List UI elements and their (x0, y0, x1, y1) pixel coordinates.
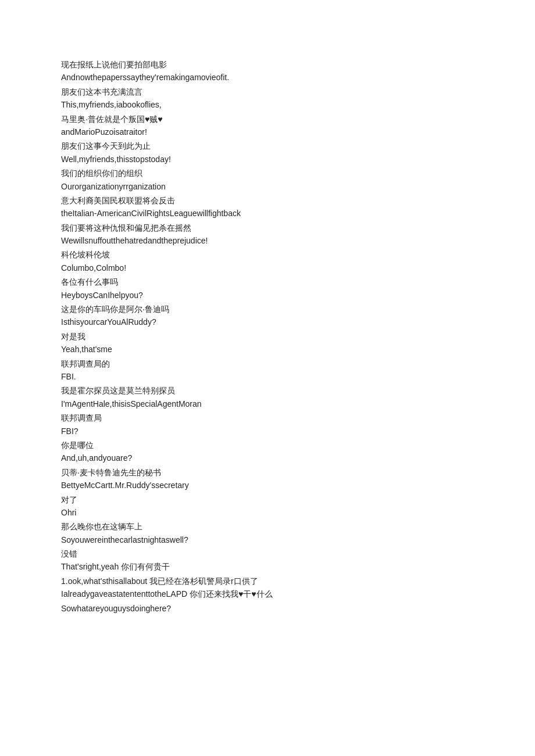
line-pair-0: 现在报纸上说他们要拍部电影Andnowthepaperssaythey'rema… (61, 58, 474, 84)
chinese-line-12: 我是霍尔探员这是莫兰特别探员 (61, 384, 474, 397)
content-area: 现在报纸上说他们要拍部电影Andnowthepaperssaythey'rema… (61, 58, 474, 615)
chinese-line-7: 科伦坡科伦坡 (61, 248, 474, 261)
line-pair-15: 贝蒂·麦卡特鲁迪先生的秘书BettyeMcCartt.Mr.Ruddy'ssec… (61, 466, 474, 492)
chinese-line-1: 朋友们这本书充满流言 (61, 85, 474, 98)
english-line-9: IsthisyourcarYouAlRuddy? (61, 316, 474, 328)
line-pair-8: 各位有什么事吗HeyboysCanIhelpyou? (61, 275, 474, 302)
english-line-6: Wewillsnuffoutthehatredandtheprejudice! (61, 234, 474, 247)
chinese-line-6: 我们要将这种仇恨和偏见把杀在摇然 (61, 221, 474, 234)
chinese-line-13: 联邦调查局 (61, 411, 474, 424)
chinese-line-18: 没错 (61, 547, 474, 560)
line-pair-2: 马里奥·普佐就是个叛国♥贼♥andMarioPuzoisatraitor! (61, 113, 474, 139)
chinese-line-4: 我们的组织你们的组织 (61, 167, 474, 180)
chinese-line-20: Sowhatareyouguysdoinghere? (61, 602, 474, 615)
line-pair-7: 科伦坡科伦坡Columbo,Colmbo! (61, 248, 474, 274)
english-line-8: HeyboysCanIhelpyou? (61, 289, 474, 302)
english-line-11: FBI. (61, 370, 474, 383)
english-line-19: IalreadygaveastatententtotheLAPD 你们还来找我♥… (61, 587, 474, 600)
english-line-13: FBI? (61, 425, 474, 438)
english-line-0: Andnowthepaperssaythey'remakingamovieofi… (61, 71, 474, 84)
english-line-3: Well,myfriends,thisstopstoday! (61, 153, 474, 166)
line-pair-9: 这是你的车吗你是阿尔·鲁迪吗IsthisyourcarYouAlRuddy? (61, 303, 474, 329)
chinese-line-11: 联邦调查局的 (61, 357, 474, 370)
chinese-line-16: 对了 (61, 493, 474, 506)
line-pair-3: 朋友们这事今天到此为止Well,myfriends,thisstopstoday… (61, 139, 474, 166)
line-pair-14: 你是哪位And,uh,andyouare? (61, 439, 474, 465)
chinese-line-9: 这是你的车吗你是阿尔·鲁迪吗 (61, 303, 474, 316)
line-pair-5: 意大利裔美国民权联盟将会反击theItalian-AmericanCivilRi… (61, 194, 474, 220)
line-pair-10: 对是我Yeah,that'sme (61, 330, 474, 356)
line-pair-18: 没错That'sright,yeah 你们有何贵干 (61, 547, 474, 574)
english-line-10: Yeah,that'sme (61, 343, 474, 356)
chinese-line-15: 贝蒂·麦卡特鲁迪先生的秘书 (61, 466, 474, 479)
english-line-14: And,uh,andyouare? (61, 452, 474, 464)
line-pair-19: 1.ook,what'sthisallabout 我已经在洛杉矶警局录r口供了I… (61, 575, 474, 601)
english-line-16: Ohri (61, 506, 474, 519)
line-pair-6: 我们要将这种仇恨和偏见把杀在摇然Wewillsnuffoutthehatreda… (61, 221, 474, 248)
chinese-line-8: 各位有什么事吗 (61, 275, 474, 288)
line-pair-11: 联邦调查局的FBI. (61, 357, 474, 384)
english-line-4: Ourorganizationyrrganization (61, 180, 474, 193)
chinese-line-10: 对是我 (61, 330, 474, 343)
line-pair-20: Sowhatareyouguysdoinghere? (61, 602, 474, 615)
chinese-line-0: 现在报纸上说他们要拍部电影 (61, 58, 474, 71)
chinese-line-5: 意大利裔美国民权联盟将会反击 (61, 194, 474, 207)
line-pair-16: 对了Ohri (61, 493, 474, 519)
line-pair-4: 我们的组织你们的组织Ourorganizationyrrganization (61, 167, 474, 193)
chinese-line-17: 那么晚你也在这辆车上 (61, 520, 474, 533)
english-line-7: Columbo,Colmbo! (61, 261, 474, 274)
english-line-15: BettyeMcCartt.Mr.Ruddy'ssecretary (61, 479, 474, 492)
line-pair-1: 朋友们这本书充满流言This,myfriends,iabookoflies, (61, 85, 474, 112)
chinese-line-19: 1.ook,what'sthisallabout 我已经在洛杉矶警局录r口供了 (61, 575, 474, 587)
english-line-1: This,myfriends,iabookoflies, (61, 98, 474, 111)
english-line-12: I'mAgentHale,thisisSpecialAgentMoran (61, 397, 474, 410)
line-pair-13: 联邦调查局FBI? (61, 411, 474, 438)
chinese-line-14: 你是哪位 (61, 439, 474, 452)
english-line-18: That'sright,yeah 你们有何贵干 (61, 560, 474, 573)
line-pair-17: 那么晚你也在这辆车上Soyouwereinthecarlastnightaswe… (61, 520, 474, 546)
english-line-2: andMarioPuzoisatraitor! (61, 126, 474, 138)
line-pair-12: 我是霍尔探员这是莫兰特别探员I'mAgentHale,thisisSpecial… (61, 384, 474, 410)
english-line-17: Soyouwereinthecarlastnightaswell? (61, 533, 474, 546)
english-line-5: theItalian-AmericanCivilRightsLeaguewill… (61, 207, 474, 220)
chinese-line-3: 朋友们这事今天到此为止 (61, 139, 474, 152)
chinese-line-2: 马里奥·普佐就是个叛国♥贼♥ (61, 113, 474, 126)
